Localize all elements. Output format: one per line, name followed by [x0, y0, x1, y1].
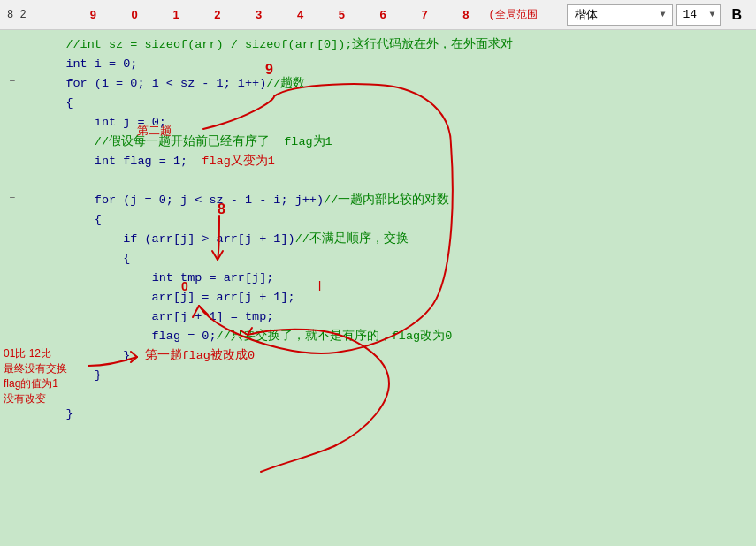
- gutter-3: –: [0, 74, 25, 87]
- code-line-2: int i = 0;: [0, 55, 756, 74]
- code-line-20: }: [0, 405, 756, 424]
- code-line-17: } 第一趟flag被改成0: [0, 346, 756, 366]
- code-text-10: {: [37, 210, 102, 230]
- code-line-12: {: [0, 249, 756, 269]
- code-line-9: – for (j = 0; j < sz - 1 - i; j++)//一趟内部…: [0, 191, 756, 210]
- code-text-1: //int sz = sizeof(arr) / sizeof(arr[0]);…: [37, 35, 513, 55]
- code-text-9: for (j = 0; j < sz - 1 - i; j++)//一趟内部比较…: [37, 191, 449, 210]
- code-text-16: flag = 0;//只要交换了，就不是有序的，flag改为0: [37, 327, 452, 346]
- font-selector: 楷体 ▼ 14 ▼ B: [567, 4, 749, 26]
- ruler: 9 0 1 2 3 4 5 6 7 8 (全局范围: [60, 7, 567, 22]
- font-name-chevron: ▼: [660, 10, 665, 19]
- font-size-chevron: ▼: [709, 10, 714, 19]
- code-text-7: int flag = 1; flag又变为1: [37, 152, 275, 171]
- font-name-label: 楷体: [575, 7, 598, 23]
- code-text-5: int j = 0;: [37, 113, 166, 133]
- bold-button[interactable]: B: [724, 5, 749, 25]
- code-line-3: – for (i = 0; i < sz - 1; i++)//趟数: [0, 74, 756, 94]
- font-size-label: 14: [683, 8, 697, 21]
- code-text-18: }: [37, 366, 102, 385]
- code-line-14: arr[j] = arr[j + 1];: [0, 288, 756, 307]
- code-line-5: int j = 0;: [0, 113, 756, 133]
- code-text-2: int i = 0;: [37, 55, 137, 74]
- code-line-11: if (arr[j] > arr[j + 1])//不满足顺序，交换: [0, 230, 756, 249]
- code-area: //int sz = sizeof(arr) / sizeof(arr[0]);…: [0, 30, 756, 546]
- code-text-13: int tmp = arr[j];: [37, 269, 273, 288]
- code-text-12: {: [37, 249, 130, 269]
- code-line-10: {: [0, 210, 756, 230]
- gutter-9: –: [0, 191, 25, 204]
- ruler-numbers: 9 0 1 2 3 4 5 6 7 8: [90, 8, 485, 21]
- code-text-14: arr[j] = arr[j + 1];: [37, 288, 295, 307]
- code-text-6: //假设每一趟开始前已经有序了 flag为1: [37, 133, 332, 152]
- code-line-1: //int sz = sizeof(arr) / sizeof(arr[0]);…: [0, 35, 756, 55]
- code-text-20: }: [37, 405, 73, 424]
- code-text-8: [37, 171, 44, 191]
- code-line-19: [0, 385, 756, 405]
- code-line-6: //假设每一趟开始前已经有序了 flag为1: [0, 133, 756, 152]
- toolbar: 8_2 9 0 1 2 3 4 5 6 7 8 (全局范围 楷体 ▼ 14 ▼ …: [0, 0, 756, 30]
- code-text-15: arr[j + 1] = tmp;: [37, 307, 273, 327]
- code-text-4: {: [37, 94, 73, 113]
- tab-label: 8_2: [7, 9, 60, 21]
- font-name-dropdown[interactable]: 楷体 ▼: [567, 4, 673, 26]
- code-text-11: if (arr[j] > arr[j + 1])//不满足顺序，交换: [37, 230, 409, 249]
- code-line-16: flag = 0;//只要交换了，就不是有序的，flag改为0: [0, 327, 756, 346]
- font-size-dropdown[interactable]: 14 ▼: [676, 4, 721, 26]
- code-line-4: {: [0, 94, 756, 113]
- code-line-13: int tmp = arr[j];: [0, 269, 756, 288]
- code-line-15: arr[j + 1] = tmp;: [0, 307, 756, 327]
- code-text-19: [37, 385, 44, 405]
- global-hint: (全局范围: [489, 7, 538, 22]
- code-text-17: } 第一趟flag被改成0: [37, 346, 255, 366]
- code-line-8: [0, 171, 756, 191]
- code-text-3: for (i = 0; i < sz - 1; i++)//趟数: [37, 74, 305, 94]
- code-line-18: }: [0, 366, 756, 385]
- code-line-7: int flag = 1; flag又变为1: [0, 152, 756, 171]
